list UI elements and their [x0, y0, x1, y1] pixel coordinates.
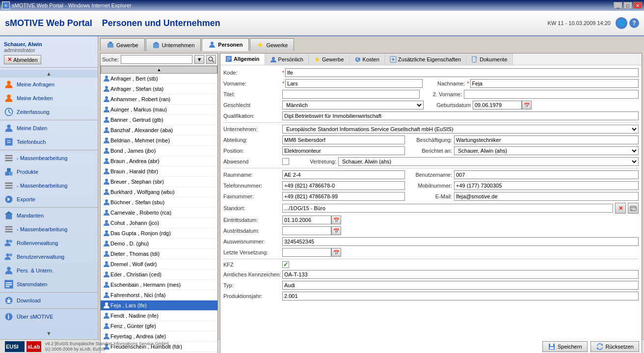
form-tab-gewerbe[interactable]: Gewerbe — [309, 54, 349, 65]
telefon-input[interactable] — [282, 181, 405, 190]
typ-input[interactable] — [282, 281, 639, 290]
mobil-input[interactable] — [454, 181, 639, 190]
tab-gewerbe[interactable]: Gewerbe — [100, 38, 145, 51]
person-item[interactable]: Eschenbain , Hermann (mes) — [101, 280, 217, 290]
sidebar-item-benutzerverwaltung[interactable]: Benutzerverwaltung — [0, 250, 98, 264]
produktionsjahr-input[interactable] — [282, 292, 639, 300]
person-item[interactable]: Dieter , Thomas (tdi) — [101, 249, 217, 259]
sidebar-item-zeiterfassung[interactable]: Zeiterfassung — [0, 105, 98, 119]
eintritt-input[interactable] — [282, 216, 331, 224]
person-item-selected[interactable]: Feja , Lars (lfe) — [101, 300, 217, 311]
person-item[interactable]: Büchner , Stefan (sbu) — [101, 197, 217, 208]
sidebar-item-meine-anfragen[interactable]: Meine Anfragen — [0, 78, 98, 91]
versetzung-calendar-button[interactable]: 📅 — [331, 248, 341, 257]
vertretung-select[interactable]: Schauer, Alwin (ahs) — [338, 157, 639, 166]
form-tab-zusaetzliche[interactable]: Zusätzliche Eigenschaften — [385, 54, 466, 65]
austritt-calendar-button[interactable]: 📅 — [331, 226, 341, 235]
kode-input[interactable] — [285, 68, 639, 77]
tab-personen[interactable]: Personen — [202, 38, 249, 51]
list-scroll-up-button[interactable]: ▲ — [101, 66, 217, 74]
logout-button[interactable]: ✕ Abmelden — [4, 55, 41, 64]
help-icon[interactable]: ? — [629, 18, 639, 28]
sidebar-item-download[interactable]: Download — [0, 294, 98, 307]
sidebar-item-meine-arbeiten[interactable]: Meine Arbeiten — [0, 91, 98, 105]
position-input[interactable] — [282, 146, 405, 155]
kfz-checkbox[interactable]: ✓ — [282, 261, 289, 268]
person-item[interactable]: Auinger , Markus (mau) — [101, 105, 217, 115]
titel-input[interactable] — [282, 90, 420, 99]
sidebar-item-pers-untern[interactable]: Pers. & Untern. — [0, 264, 98, 277]
form-tab-dokumente[interactable]: Dokumente — [466, 54, 512, 65]
search-dropdown-button[interactable]: ▼ — [194, 55, 204, 64]
person-item[interactable]: Bond , James (jbo) — [101, 146, 217, 156]
berichtet-an-select[interactable]: Schauer, Alwin (ahs) — [454, 146, 639, 155]
person-item[interactable]: Braun , Harald (hbr) — [101, 166, 217, 177]
geburtsdatum-calendar-button[interactable]: 📅 — [522, 101, 532, 109]
geburtsdatum-input[interactable] — [473, 101, 522, 109]
person-item[interactable]: Fahrenhorst , Nici (nfa) — [101, 290, 217, 300]
close-button[interactable]: ✕ — [633, 2, 642, 9]
person-item[interactable]: Cohut , Johann (jco) — [101, 218, 217, 228]
sidebar-item-massenbearbeitung2[interactable]: - Massenbearbeitung — [0, 179, 98, 192]
person-item[interactable]: Fendt , Nadine (nfe) — [101, 311, 217, 321]
person-item[interactable]: Breuer , Stephan (sbr) — [101, 177, 217, 187]
sidebar-item-massenbearbeitung3[interactable]: - Massenbearbeitung — [0, 222, 98, 236]
versetzung-input[interactable] — [282, 248, 331, 257]
form-tab-persoenlich[interactable]: Persönlich — [265, 54, 309, 65]
abwesend-checkbox[interactable] — [282, 158, 289, 165]
save-button[interactable]: Speichern — [542, 341, 588, 352]
search-action-button[interactable] — [206, 55, 216, 64]
email-input[interactable] — [454, 192, 639, 201]
geschlecht-select[interactable]: Männlich Weiblich — [282, 101, 424, 109]
fax-input[interactable] — [282, 192, 405, 201]
unternehmen-select[interactable]: Europäische Standort Informations Servic… — [282, 125, 639, 134]
tab-unternehmen[interactable]: Unternehmen — [146, 38, 201, 51]
austritt-input[interactable] — [282, 226, 331, 235]
sidebar-item-telefonbuch[interactable]: Telefonbuch — [0, 135, 98, 149]
form-tab-allgemein[interactable]: Allgemein — [220, 54, 265, 65]
globe-icon[interactable]: 🌐 — [616, 17, 627, 29]
sidebar-item-rollenverwaltung[interactable]: Rollenverwaltung — [0, 236, 98, 250]
standort-browse-button[interactable] — [628, 203, 639, 214]
beschaeftigung-input[interactable] — [454, 136, 639, 144]
kennzeichen-input[interactable] — [282, 270, 639, 279]
person-item[interactable]: Das Gupta , Ronjon (rdg) — [101, 228, 217, 239]
ausweis-input[interactable] — [282, 237, 639, 246]
sidebar-item-stammdaten[interactable]: Stammdaten — [0, 277, 98, 291]
person-item[interactable]: Burkhard , Wolfgang (wbu) — [101, 187, 217, 197]
form-tab-kosten[interactable]: € Kosten — [349, 54, 385, 65]
sidebar-scroll-up[interactable]: ▲ — [0, 70, 98, 78]
person-item[interactable]: Dremel , Wolf (wdr) — [101, 259, 217, 270]
person-item[interactable]: Anfrager , Bert (stb) — [101, 74, 217, 84]
person-item[interactable]: Anhammer , Robert (ran) — [101, 94, 217, 105]
raumname-input[interactable] — [282, 170, 405, 179]
sidebar-item-massenbearbeitung1[interactable]: - Massenbearbeitung — [0, 151, 98, 165]
sidebar-item-ueber-smotive[interactable]: i Über sMOTIVE — [0, 310, 98, 324]
standort-clear-button[interactable]: ✕ — [615, 203, 626, 214]
person-item[interactable]: Eder , Christian (ced) — [101, 270, 217, 280]
person-item[interactable]: Braun , Andrea (abr) — [101, 156, 217, 166]
reset-button[interactable]: Rücksetzen — [590, 341, 639, 352]
vorname2-input[interactable] — [464, 90, 639, 99]
person-item[interactable]: Anfrager , Stefan (sta) — [101, 84, 217, 94]
person-item[interactable]: Carnevale , Roberto (rca) — [101, 208, 217, 218]
tab-gewerke[interactable]: Gewerke — [250, 38, 294, 51]
maximize-button[interactable]: □ — [623, 2, 632, 9]
benutzername-input[interactable] — [454, 170, 639, 179]
sidebar-item-meine-daten[interactable]: Meine Daten — [0, 121, 98, 135]
person-item[interactable]: Demo , D. (ghu) — [101, 239, 217, 249]
minimize-button[interactable]: _ — [614, 2, 622, 9]
person-item[interactable]: Banzhaf , Alexander (aba) — [101, 125, 217, 136]
eintritt-calendar-button[interactable]: 📅 — [331, 216, 341, 224]
sidebar-scroll-down[interactable]: ▼ — [0, 329, 98, 337]
person-item[interactable]: Beldrian , Mehmet (mbe) — [101, 136, 217, 146]
sidebar-item-mandanten[interactable]: Mandanten — [0, 209, 98, 222]
qualifikation-input[interactable] — [282, 111, 639, 120]
standort-input[interactable] — [282, 204, 613, 213]
person-item[interactable]: Fenz , Günter (gfe) — [101, 321, 217, 331]
nachname-input[interactable] — [470, 79, 639, 88]
person-item[interactable]: Banner , Gertrud (gtb) — [101, 115, 217, 125]
person-item[interactable]: Feyertag , Andrea (afe) — [101, 331, 217, 342]
vorname-input[interactable] — [285, 79, 423, 88]
abteilung-input[interactable] — [282, 136, 405, 144]
